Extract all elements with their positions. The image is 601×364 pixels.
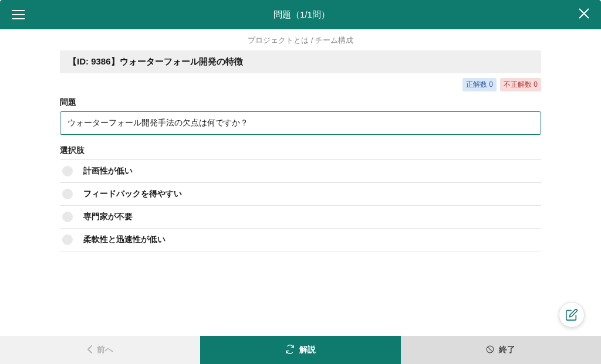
correct-count-badge: 正解数 0	[462, 78, 497, 91]
close-icon[interactable]	[579, 8, 589, 21]
footer-nav: 前へ 解説 終了	[0, 336, 601, 364]
correct-label: 正解数	[466, 80, 487, 89]
choice-label: フィードバックを得やすい	[83, 189, 182, 199]
app-header: 問題（1/1問）	[0, 0, 601, 29]
radio-icon	[62, 212, 73, 222]
refresh-icon	[285, 345, 295, 356]
finish-label: 終了	[499, 345, 515, 355]
correct-count: 0	[489, 80, 493, 89]
explain-label: 解説	[299, 345, 316, 355]
choice-label: 柔軟性と迅速性が低い	[83, 234, 166, 245]
finish-button[interactable]: 終了	[401, 336, 601, 364]
radio-icon	[62, 189, 73, 199]
page-title: 問題（1/1問）	[274, 9, 330, 21]
question-text: ウォーターフォール開発手法の欠点は何ですか？	[60, 111, 541, 135]
menu-icon[interactable]	[12, 9, 25, 20]
main-panel: 【ID: 9386】ウォーターフォール開発の特徴 正解数 0 不正解数 0 問題…	[60, 50, 541, 251]
choices-list: 計画性が低い フィードバックを得やすい 専門家が不要 柔軟性と迅速性が低い	[60, 159, 541, 251]
radio-icon	[62, 166, 73, 176]
choices-section-label: 選択肢	[60, 145, 541, 156]
choice-item[interactable]: 専門家が不要	[60, 206, 541, 229]
prev-label: 前へ	[97, 345, 113, 355]
choice-item[interactable]: 柔軟性と迅速性が低い	[60, 229, 541, 251]
stop-icon	[486, 345, 494, 355]
score-badges: 正解数 0 不正解数 0	[60, 73, 541, 97]
incorrect-label: 不正解数	[504, 80, 532, 89]
question-title: 【ID: 9386】ウォーターフォール開発の特徴	[60, 50, 541, 73]
radio-icon	[62, 234, 73, 245]
prev-button[interactable]: 前へ	[0, 336, 200, 364]
breadcrumb: プロジェクトとは / チーム構成	[0, 29, 601, 50]
choice-label: 計画性が低い	[83, 166, 133, 176]
choice-label: 専門家が不要	[83, 212, 133, 222]
edit-fab[interactable]	[559, 302, 585, 328]
incorrect-count-badge: 不正解数 0	[500, 78, 541, 91]
question-section-label: 問題	[60, 97, 541, 108]
explain-button[interactable]: 解説	[200, 336, 400, 364]
chevron-left-icon	[87, 345, 92, 355]
incorrect-count: 0	[534, 80, 538, 89]
content-area: プロジェクトとは / チーム構成 【ID: 9386】ウォーターフォール開発の特…	[0, 29, 601, 336]
choice-item[interactable]: 計画性が低い	[60, 159, 541, 183]
choice-item[interactable]: フィードバックを得やすい	[60, 183, 541, 206]
svg-line-6	[488, 346, 492, 351]
